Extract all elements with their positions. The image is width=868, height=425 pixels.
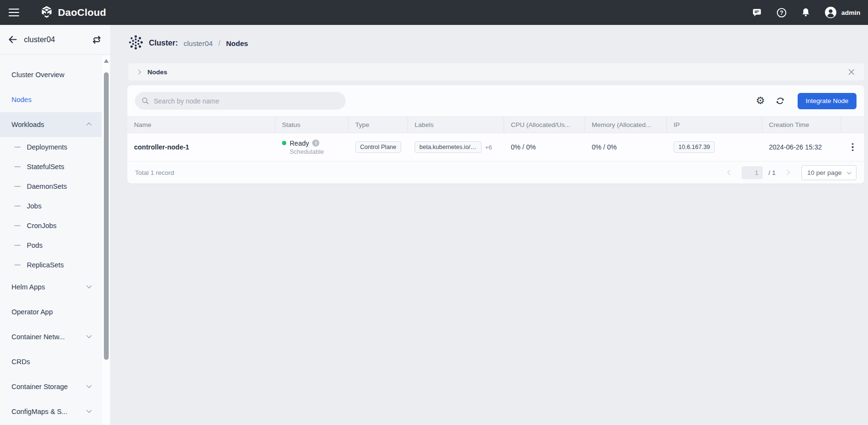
- page-separator: /: [768, 169, 770, 176]
- switch-cluster-icon[interactable]: [91, 34, 102, 46]
- status-text: Ready: [290, 139, 309, 147]
- sidebar-item-crds[interactable]: CRDs: [0, 349, 101, 374]
- prev-page-icon[interactable]: [727, 170, 733, 175]
- sidebar-item-operator-app[interactable]: Operator App: [0, 299, 101, 324]
- refresh-icon[interactable]: [775, 95, 786, 107]
- sidebar-item-container-network[interactable]: Container Netw...: [0, 324, 101, 349]
- search-input[interactable]: [154, 97, 339, 105]
- sidebar-scrollbar: [102, 55, 110, 425]
- column-type[interactable]: Type: [349, 117, 408, 133]
- topbar: DaoCloud ?: [0, 0, 868, 25]
- nodes-card: ⚙ Integrate Node Name Status Type: [127, 85, 864, 184]
- layout: cluster04 Cluster Overview Nodes Workloa…: [0, 25, 868, 425]
- dash-icon: [14, 166, 21, 167]
- sidebar-item-statefulsets[interactable]: StatefulSets: [0, 157, 101, 176]
- close-icon[interactable]: ×: [847, 67, 856, 77]
- sidebar-item-label: Jobs: [27, 202, 42, 210]
- ip-tag[interactable]: 10.6.167.39: [674, 141, 715, 153]
- sidebar-item-pods[interactable]: Pods: [0, 235, 101, 255]
- sidebar-item-jobs[interactable]: Jobs: [0, 196, 101, 216]
- column-labels[interactable]: Labels: [408, 117, 504, 133]
- page-size-value: 10 per page: [807, 169, 842, 176]
- main: Cluster: cluster04 / Nodes Nodes × ⚙: [110, 25, 868, 425]
- daocloud-logo-icon: [40, 5, 53, 20]
- sidebar-item-label: DaemonSets: [27, 183, 67, 190]
- back-arrow-icon[interactable]: [7, 34, 18, 46]
- chevron-down-icon: [847, 170, 852, 174]
- page-number-input[interactable]: [742, 166, 763, 179]
- sidebar-item-replicasets[interactable]: ReplicaSets: [0, 255, 101, 275]
- scrollbar-thumb[interactable]: [104, 72, 109, 360]
- sidebar-item-label: Container Netw...: [11, 333, 65, 341]
- notifications-bell-icon[interactable]: [800, 7, 812, 18]
- column-actions: [841, 117, 864, 133]
- sidebar-item-nodes[interactable]: Nodes: [0, 87, 101, 112]
- total-pages: 1: [772, 169, 776, 176]
- sidebar-item-label: Operator App: [11, 308, 53, 316]
- sidebar-item-container-storage[interactable]: Container Storage: [0, 374, 101, 399]
- sidebar-item-workloads[interactable]: Workloads: [0, 112, 101, 137]
- cluster-name[interactable]: cluster04: [183, 39, 213, 47]
- cluster-dots-icon: [128, 35, 143, 52]
- sidebar-item-deployments[interactable]: Deployments: [0, 137, 101, 157]
- label-tag[interactable]: beta.kubernetes.io/os:...: [415, 141, 482, 153]
- kebab-menu-icon[interactable]: [850, 141, 856, 153]
- sidebar-header: cluster04: [0, 25, 110, 55]
- user-menu[interactable]: admin: [824, 6, 860, 19]
- search-box[interactable]: [135, 92, 346, 110]
- chevron-down-icon: [86, 333, 91, 338]
- status-cell: Ready i Schedulable: [282, 139, 324, 155]
- tab-nodes[interactable]: Nodes: [147, 69, 167, 76]
- sidebar-cluster-name: cluster04: [24, 35, 55, 44]
- sidebar-item-label: ConfigMaps & S...: [11, 408, 68, 415]
- sidebar-nav: Cluster Overview Nodes Workloads Deploym…: [0, 55, 110, 424]
- chevron-down-icon: [86, 283, 91, 288]
- username: admin: [841, 9, 860, 16]
- column-status[interactable]: Status: [275, 117, 349, 133]
- help-icon[interactable]: ?: [776, 7, 787, 18]
- dash-icon: [14, 225, 21, 226]
- sidebar-item-label: CRDs: [11, 358, 30, 366]
- search-icon: [141, 97, 149, 105]
- info-icon[interactable]: i: [312, 139, 319, 147]
- column-ip[interactable]: IP: [667, 117, 762, 133]
- page-size-select[interactable]: 10 per page: [801, 165, 857, 180]
- sidebar-item-helm-apps[interactable]: Helm Apps: [0, 275, 101, 299]
- cpu-value: 0% / 0%: [504, 143, 585, 151]
- scrollbar-up-arrow[interactable]: [104, 59, 109, 63]
- column-creation-time[interactable]: Creation Time: [762, 117, 841, 133]
- svg-text:?: ?: [780, 9, 783, 16]
- avatar: [824, 6, 837, 19]
- sidebar-item-label: Container Storage: [11, 383, 68, 391]
- column-name[interactable]: Name: [127, 117, 275, 133]
- sidebar-item-cluster-overview[interactable]: Cluster Overview: [0, 62, 101, 87]
- breadcrumb-separator: /: [218, 39, 220, 47]
- node-name-link[interactable]: controller-node-1: [134, 143, 189, 151]
- schedulable-text: Schedulable: [282, 148, 324, 155]
- messages-icon[interactable]: [751, 7, 763, 18]
- labels-more-count[interactable]: +6: [485, 144, 492, 151]
- chevron-right-icon[interactable]: [136, 69, 141, 74]
- table-footer: Total 1 record / 1 10 per page: [127, 161, 864, 184]
- gear-icon[interactable]: ⚙: [756, 96, 765, 106]
- chevron-down-icon: [86, 383, 91, 388]
- page-header: Cluster: cluster04 / Nodes: [110, 25, 868, 61]
- memory-value: 0% / 0%: [585, 143, 667, 151]
- sidebar-item-label: ReplicaSets: [27, 261, 64, 269]
- column-cpu[interactable]: CPU (Allocated/Us...: [504, 117, 585, 133]
- integrate-node-button[interactable]: Integrate Node: [798, 93, 857, 109]
- creation-time: 2024-06-26 15:32: [762, 143, 841, 151]
- sidebar-item-label: Nodes: [11, 96, 32, 103]
- menu-toggle-icon[interactable]: [9, 6, 20, 19]
- sidebar-item-configmaps-secrets[interactable]: ConfigMaps & S...: [0, 399, 101, 424]
- column-memory[interactable]: Memory (Allocated...: [585, 117, 667, 133]
- brand: DaoCloud: [40, 5, 106, 20]
- dash-icon: [14, 147, 21, 148]
- toolbar: ⚙ Integrate Node: [127, 85, 864, 116]
- tab-bar: Nodes ×: [128, 63, 864, 80]
- dash-icon: [14, 206, 21, 207]
- sidebar-item-cronjobs[interactable]: CronJobs: [0, 216, 101, 235]
- next-page-icon[interactable]: [784, 170, 789, 175]
- status-dot-green: [282, 141, 286, 145]
- sidebar-item-daemonsets[interactable]: DaemonSets: [0, 176, 101, 196]
